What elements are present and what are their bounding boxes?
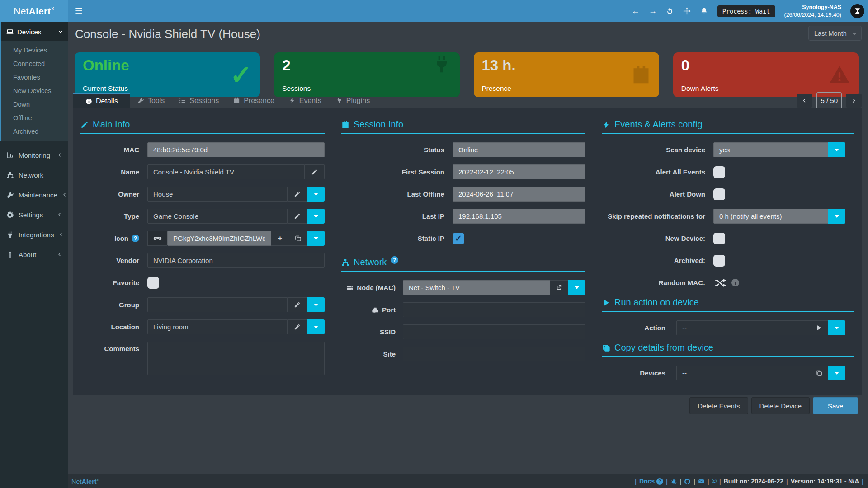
skip-notifications-dropdown-button[interactable]: [828, 209, 845, 224]
copy-details-header: Copy details from device: [602, 343, 854, 357]
sidebar-item-new-devices[interactable]: New Devices: [1, 84, 68, 98]
favorite-checkbox[interactable]: ✓: [147, 277, 159, 289]
action-dropdown-button[interactable]: [828, 320, 845, 335]
tab-presence[interactable]: Presence: [226, 93, 282, 108]
tab-details[interactable]: Details: [73, 93, 130, 108]
group-dropdown-button[interactable]: [307, 297, 325, 312]
static-ip-checkbox[interactable]: ✓: [453, 233, 464, 244]
period-select[interactable]: Last Month: [808, 26, 862, 41]
action-select[interactable]: [676, 320, 810, 335]
edit-group-button[interactable]: [288, 297, 307, 312]
card-sessions[interactable]: 2 Sessions: [274, 52, 459, 97]
first-session-input[interactable]: [453, 164, 585, 179]
vendor-input[interactable]: [147, 253, 325, 268]
tab-events[interactable]: Events: [282, 93, 329, 108]
sidebar-item-favorites[interactable]: Favorites: [1, 70, 68, 84]
icon-base64-input[interactable]: [167, 231, 271, 246]
name-input[interactable]: [147, 164, 305, 179]
edit-name-button[interactable]: [305, 164, 325, 179]
scan-device-dropdown-button[interactable]: [828, 142, 845, 157]
sidebar-item-my-devices[interactable]: My Devices: [1, 43, 68, 57]
footer-brand[interactable]: NetAlertx: [71, 478, 99, 485]
archived-checkbox[interactable]: ✓: [713, 255, 725, 267]
copy-devices-dropdown-button[interactable]: [828, 366, 845, 380]
copy-icon-button[interactable]: [289, 231, 307, 246]
help-icon[interactable]: ?: [391, 256, 398, 264]
sidebar-item-maintenance[interactable]: Maintenance: [0, 185, 68, 205]
sidebar-item-archived[interactable]: Archived: [1, 125, 68, 138]
card-current-status[interactable]: Online Current Status ✓: [75, 52, 260, 97]
sidebar-item-down[interactable]: Down: [1, 98, 68, 111]
card-down-alerts[interactable]: 0 Down Alerts: [673, 52, 859, 97]
save-button[interactable]: Save: [813, 397, 858, 414]
open-node-button[interactable]: [550, 280, 568, 295]
nav-back-button[interactable]: ←: [632, 7, 640, 15]
sidebar-item-monitoring[interactable]: Monitoring: [0, 145, 68, 165]
sidebar-item-network[interactable]: Network: [0, 165, 68, 185]
next-device-button[interactable]: [846, 94, 862, 108]
sidebar-item-devices[interactable]: Devices: [0, 22, 68, 41]
type-dropdown-button[interactable]: [307, 209, 325, 224]
last-offline-input[interactable]: [453, 187, 585, 202]
field-owner: Owner: [80, 187, 325, 202]
prev-device-button[interactable]: [797, 94, 812, 108]
group-input[interactable]: [147, 297, 288, 312]
sidebar-toggle-button[interactable]: ☰: [68, 0, 90, 22]
nav-forward-button[interactable]: →: [649, 7, 657, 15]
add-icon-button[interactable]: +: [271, 231, 289, 246]
laptop-icon: [6, 28, 14, 35]
run-action-button[interactable]: [810, 320, 828, 335]
owner-dropdown-button[interactable]: [307, 187, 325, 202]
card-presence[interactable]: 13 h. Presence: [474, 52, 659, 97]
refresh-button[interactable]: [666, 7, 674, 15]
sidebar-item-about[interactable]: About: [0, 244, 68, 264]
license-link[interactable]: ©: [712, 478, 717, 485]
copy-devices-select[interactable]: [676, 366, 810, 380]
notifications-button[interactable]: [700, 7, 708, 15]
bug-report-link[interactable]: [670, 478, 677, 485]
edit-type-button[interactable]: [288, 209, 307, 224]
type-input[interactable]: [147, 209, 288, 224]
user-avatar[interactable]: [850, 4, 864, 18]
comments-textarea[interactable]: [147, 342, 325, 375]
sidebar-item-integrations[interactable]: Integrations: [0, 225, 68, 244]
scan-device-select[interactable]: [713, 142, 828, 157]
process-status-badge[interactable]: Process: Wait: [717, 5, 775, 17]
new-device-checkbox[interactable]: ✓: [713, 233, 725, 244]
chevron-left-icon: [57, 212, 62, 217]
sidebar-item-connected[interactable]: Connected: [1, 57, 68, 70]
edit-owner-button[interactable]: [288, 187, 307, 202]
docs-link[interactable]: Docs?: [639, 478, 663, 485]
tab-tools[interactable]: Tools: [130, 93, 172, 108]
delete-events-button[interactable]: Delete Events: [689, 397, 748, 414]
node-dropdown-button[interactable]: [568, 280, 585, 295]
skip-notifications-select[interactable]: [713, 209, 828, 224]
alert-down-checkbox[interactable]: ✓: [713, 188, 725, 200]
info-icon[interactable]: i: [731, 279, 739, 286]
move-button[interactable]: [683, 7, 691, 15]
edit-location-button[interactable]: [288, 319, 307, 334]
last-ip-input[interactable]: [453, 209, 585, 224]
location-input[interactable]: [147, 319, 288, 334]
section-title: Main Info: [93, 119, 130, 130]
copy-from-device-button[interactable]: [810, 366, 828, 380]
mac-input[interactable]: [147, 142, 325, 157]
github-link[interactable]: [684, 478, 691, 485]
icon-dropdown-button[interactable]: [307, 231, 325, 246]
app-logo[interactable]: NetAlertx: [0, 0, 68, 22]
help-icon[interactable]: ?: [132, 235, 139, 242]
email-link[interactable]: [698, 478, 705, 485]
alert-all-events-checkbox[interactable]: ✓: [713, 166, 725, 178]
port-input[interactable]: [403, 302, 585, 317]
sidebar-item-settings[interactable]: Settings: [0, 205, 68, 225]
location-dropdown-button[interactable]: [307, 319, 325, 334]
ssid-input[interactable]: [403, 324, 585, 339]
sidebar-item-offline[interactable]: Offline: [1, 111, 68, 125]
node-mac-input[interactable]: [403, 280, 550, 295]
tab-plugins[interactable]: Plugins: [329, 93, 377, 108]
owner-input[interactable]: [147, 187, 288, 202]
status-input[interactable]: [453, 142, 585, 157]
site-input[interactable]: [403, 347, 585, 361]
delete-device-button[interactable]: Delete Device: [751, 397, 810, 414]
tab-sessions[interactable]: Sessions: [172, 93, 226, 108]
